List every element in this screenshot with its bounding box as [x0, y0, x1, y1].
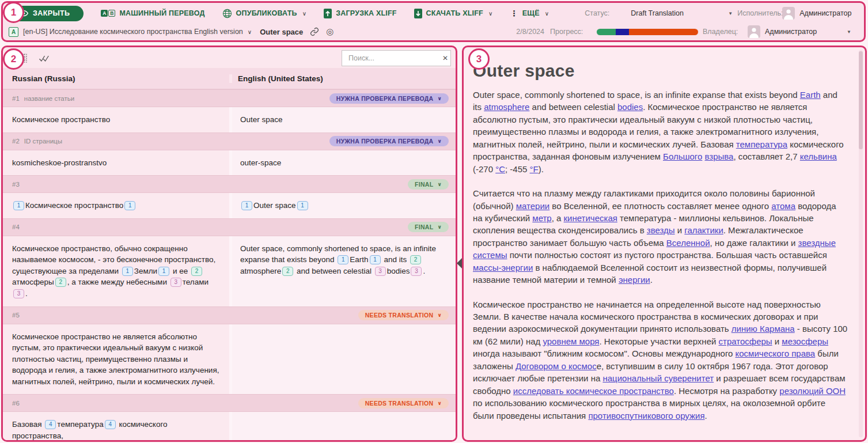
preview-link[interactable]: национальный суверенитет	[602, 373, 714, 383]
preview-link[interactable]: Earth	[800, 90, 821, 100]
preview-toggle-icon[interactable]: ◎	[326, 26, 333, 37]
inline-tag: 2	[282, 267, 293, 276]
table-row: Космическое пространствоOuter space	[3, 107, 456, 132]
segment-header: #1название статьиНУЖНА ПРОВЕРКА ПЕРЕВОДА…	[3, 89, 456, 107]
assignee-dropdown[interactable]: Администратор	[782, 7, 866, 20]
preview-link[interactable]: массы-энергии	[473, 263, 533, 272]
inline-tag: 1	[370, 255, 381, 264]
segment-number: #6	[12, 400, 20, 407]
status-dropdown[interactable]: Draft Translation ▼	[631, 9, 737, 17]
status-badge[interactable]: FINAL∨	[408, 179, 449, 190]
preview-link[interactable]: уровнем моря	[543, 336, 599, 346]
preview-link[interactable]: резолюций ООН	[779, 386, 846, 396]
status-badge[interactable]: НУЖНА ПРОВЕРКА ПЕРЕВОДА∨	[329, 136, 449, 146]
search-input[interactable]	[347, 54, 442, 63]
preview-link[interactable]: звезды	[647, 225, 675, 235]
preview-link[interactable]: стратосферы	[719, 336, 772, 346]
preview-link[interactable]: мезосферы	[782, 336, 828, 346]
link-icon[interactable]	[310, 27, 319, 36]
segment-header: #6NEEDS TRANSLATION∨	[3, 394, 456, 412]
document-title: Outer space	[260, 28, 303, 36]
source-cell[interactable]: kosmicheskoe-prostranstvo	[3, 150, 229, 176]
preview-link[interactable]: энергии	[619, 275, 650, 285]
panel-splitter-handle[interactable]	[457, 258, 462, 268]
status-badge-label: FINAL	[415, 181, 433, 188]
publish-button[interactable]: ОПУБЛИКОВАТЬ ∨	[222, 9, 307, 18]
target-cell[interactable]: outer-space	[229, 150, 456, 176]
source-cell[interactable]: Базовая 4температура4 космического прост…	[3, 412, 229, 442]
source-cell[interactable]: Космическое пространство	[3, 107, 229, 132]
chevron-down-icon: ∨	[437, 224, 442, 230]
dropdown-caret-icon[interactable]: ▼	[847, 29, 857, 35]
preview-link[interactable]: галактики	[684, 225, 723, 235]
preview-link[interactable]: Большого	[663, 152, 702, 161]
table-row: Космическое пространство не является абс…	[3, 324, 456, 395]
chevron-down-icon: ∨	[545, 10, 549, 17]
clear-search-icon[interactable]: ✕	[442, 54, 448, 62]
preview-link[interactable]: взрыва	[705, 152, 734, 161]
preview-link[interactable]: Вселенной	[666, 238, 710, 248]
preview-link[interactable]: космического права	[736, 349, 816, 358]
status-label: Статус:	[585, 9, 631, 17]
inline-tag: 4	[105, 420, 116, 429]
segment-header: #3FINAL∨	[3, 175, 456, 193]
assignee-label: Исполнитель:	[737, 9, 782, 17]
more-label: ЕЩЁ	[522, 9, 540, 17]
source-cell[interactable]: Космическое пространство не является абс…	[3, 324, 229, 395]
preview-link[interactable]: кинетическая	[564, 213, 617, 223]
machine-translation-button[interactable]: АВ МАШИННЫЙ ПЕРЕВОД	[101, 9, 204, 17]
grid-column-headers: Russian (Russia) English (United States)	[3, 68, 456, 89]
table-row: 1Космическое пространство11Outer space1	[3, 193, 456, 218]
document-selector[interactable]: [en-US] Исследование космического простр…	[23, 28, 252, 36]
scrollbar-track[interactable]	[859, 50, 863, 437]
more-dots-icon: ⋮	[510, 9, 518, 18]
progress-segment	[616, 29, 629, 35]
status-badge[interactable]: FINAL∨	[408, 222, 449, 232]
preview-paragraph: Outer space, commonly shortened to space…	[473, 89, 848, 175]
segment-number: #5	[12, 312, 20, 319]
scrollbar-thumb[interactable]	[859, 51, 863, 149]
source-cell[interactable]: Космическое пространство, обычно сокраще…	[3, 236, 229, 306]
preview-link[interactable]: материи	[516, 201, 549, 211]
status-badge[interactable]: NEEDS TRANSLATION∨	[358, 310, 449, 320]
target-cell[interactable]: Outer space	[229, 107, 456, 132]
preview-link[interactable]: противоспутникового оружия	[588, 411, 704, 421]
status-badge[interactable]: НУЖНА ПРОВЕРКА ПЕРЕВОДА∨	[329, 93, 449, 104]
publish-label: ОПУБЛИКОВАТЬ	[236, 9, 297, 17]
segment-header: #4FINAL∨	[3, 218, 456, 236]
target-cell[interactable]: Outer space, commonly shortened to space…	[229, 236, 456, 306]
inline-tag: 1	[122, 267, 133, 276]
toolbar-right-row2: 2/8/2024 Прогресс: Владелец: Администрат…	[514, 25, 857, 38]
preview-link[interactable]: метр	[532, 213, 551, 223]
preview-link[interactable]: atmosphere	[484, 102, 529, 112]
preview-link[interactable]: температура	[736, 139, 787, 149]
preview-link[interactable]: Договором о космос	[516, 361, 597, 371]
confirm-all-icon[interactable]	[39, 54, 49, 63]
segment-label: название статьи	[24, 95, 74, 102]
preview-link[interactable]: °F	[530, 164, 539, 174]
inline-tag: 2	[55, 278, 66, 287]
more-button[interactable]: ⋮ ЕЩЁ ∨	[510, 9, 549, 18]
status-value: Draft Translation	[631, 9, 684, 17]
download-xliff-button[interactable]: СКАЧАТЬ XLIFF ∨	[414, 9, 493, 18]
target-cell[interactable]	[229, 412, 456, 442]
download-file-icon	[414, 9, 422, 18]
status-badge-label: FINAL	[415, 224, 433, 230]
target-cell[interactable]: 1Outer space1	[229, 193, 456, 218]
preview-link[interactable]: звездные системы	[473, 238, 836, 260]
preview-link[interactable]: линию Кармана	[731, 324, 795, 334]
owner-label: Владелец:	[703, 28, 748, 36]
owner-dropdown[interactable]: Администратор	[748, 25, 847, 38]
column-header-source: Russian (Russia)	[3, 74, 229, 83]
preview-link[interactable]: исследовать космическое пространство	[513, 386, 674, 396]
source-cell[interactable]: 1Космическое пространство1	[3, 193, 229, 218]
status-badge[interactable]: NEEDS TRANSLATION∨	[358, 398, 449, 408]
upload-xliff-button[interactable]: ЗАГРУЗКА XLIFF	[324, 9, 396, 18]
preview-link[interactable]: °C	[495, 164, 505, 174]
preview-link[interactable]: кельвина	[800, 152, 837, 161]
target-cell[interactable]	[229, 324, 456, 395]
chevron-down-icon: ∨	[248, 29, 252, 35]
progress-segment	[629, 29, 698, 35]
preview-link[interactable]: bodies	[617, 102, 643, 112]
preview-link[interactable]: атома	[771, 201, 795, 211]
